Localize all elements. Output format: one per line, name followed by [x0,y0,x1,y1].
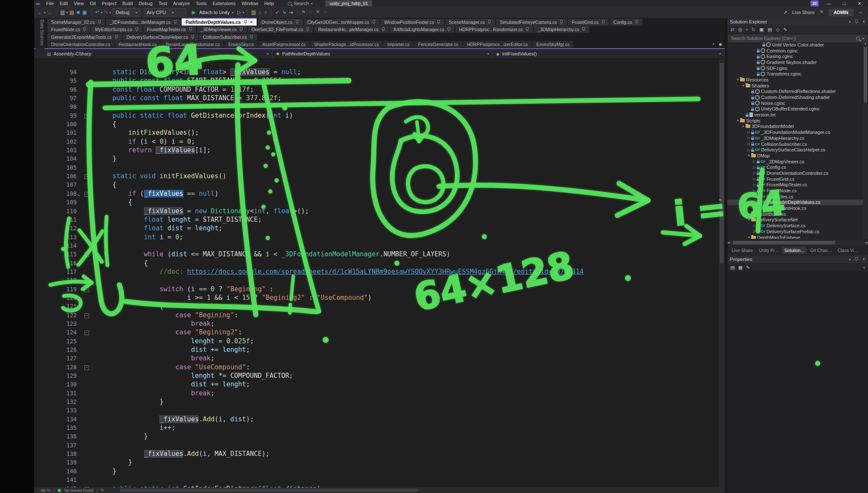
code-line[interactable]: 112 float dist = lenght; [34,224,719,232]
pending-changes-filter-icon[interactable]: ◎ [738,27,742,32]
code-line[interactable]: 138 _fixValues.Add(i, MAX_DISTANCE); [34,450,719,458]
tool-tab-Solution...[interactable]: Solution... [782,247,807,254]
chevron-down-icon[interactable]: ▾ [44,11,46,14]
tab-RestaurantHo...pleManager.cs[interactable]: RestaurantHo...pleManager.cs [314,26,389,33]
expand-arrow-icon[interactable]: ▾ [746,154,751,157]
bookmark-next-icon[interactable]: ⚑ [315,9,320,15]
expand-arrow-icon[interactable]: ▷ [752,171,757,175]
code-line[interactable]: 136 } [34,432,719,441]
tab-Config.cs[interactable]: Config.cs [610,19,642,26]
user-avatar[interactable]: JS [810,0,819,6]
expand-arrow-icon[interactable]: ▾ [746,218,751,222]
expand-arrow-icon[interactable]: ▷ [746,130,751,134]
pin-icon[interactable] [381,27,385,32]
tree-item-FruxelMapTester.cs[interactable]: ▷C#FruxelMapTester.cs [727,182,863,188]
menu-window[interactable]: Window [239,1,261,6]
tab-FencesGenerator.cs[interactable]: FencesGenerator.cs [414,41,463,48]
tool-tab-LiveShare[interactable]: Live Share [729,247,755,254]
tab-SceneManager.cs[interactable]: SceneManager.cs [445,19,495,26]
fold-collapse-icon[interactable]: – [84,192,89,197]
admin-button[interactable]: ADMIN [829,9,854,16]
pin-icon[interactable] [188,27,192,32]
close-tab-icon[interactable]: ✕ [250,20,253,24]
expand-arrow-icon[interactable]: ▷ [752,189,757,193]
type-dropdown[interactable]: ❖ PathfinderDepthValues ▾ [272,49,493,58]
scrollbar-thumb[interactable] [864,47,867,102]
tree-item-DeliverySurface.cs[interactable]: ▷C#DeliverySurface.cs [727,223,863,229]
navigate-back-icon[interactable]: ← [38,9,43,15]
view-code-icon[interactable]: ◇ [776,27,779,32]
expand-arrow-icon[interactable]: ▷ [752,200,757,204]
tab-DeliverySurfaceClassHelper.cs[interactable]: DeliverySurfaceClassHelper.cs [123,34,198,41]
tree-item-Obstacles.cs[interactable]: ▷C#Obstacles.cs [727,194,863,200]
expand-arrow-icon[interactable]: ▾ [741,125,746,128]
code-line[interactable]: 126 dist += lenght; [34,345,719,354]
close-icon[interactable]: ✕ [862,257,865,261]
solution-explorer-icon[interactable]: ⌂ [258,9,261,15]
pin-icon[interactable] [249,35,253,39]
tab-FruxelNode.cs[interactable]: FruxelNode.cs [47,26,90,33]
project-dropdown[interactable]: ▤ Assembly-CSharp ▾ [34,49,272,58]
tab-_3DMapHierarchy.cs[interactable]: _3DMapHierarchy.cs [534,26,589,33]
menu-tools[interactable]: Tools [193,1,210,6]
code-line[interactable]: 95 public const float START_DISTANCE = 0… [34,76,719,85]
code-line[interactable]: 131 break; [34,389,719,397]
spell-check-icon[interactable]: ✓ [275,9,280,15]
code-line[interactable]: 124– case "Begining2": [34,328,719,336]
code-line[interactable]: 113 int i = 0; [34,233,719,241]
debug-configuration-dropdown[interactable]: Debug▾ [113,8,140,17]
code-line[interactable]: 102 if (i < 0) i = 0; [34,137,719,146]
code-line[interactable]: 98 [34,102,719,111]
menu-debug[interactable]: Debug [136,1,155,6]
pin-icon[interactable] [135,27,139,32]
tree-item-Noise.cginc[interactable]: Noise.cginc [727,100,863,106]
pin-icon[interactable] [487,20,491,24]
editor-horizontal-scrollbar[interactable] [120,489,418,492]
chevron-down-icon[interactable]: ▾ [849,20,851,24]
tree-item-_3DFoundationModelManager.cs[interactable]: ▷C#_3DFoundationModelManager.cs [727,129,863,135]
pin-icon[interactable] [191,35,194,39]
scrollbar-thumb[interactable] [720,63,724,264]
code-line[interactable]: 106– static void initFixedValues() [34,172,719,180]
tab-OneSec3D_FileFormat.cs[interactable]: OneSec3D_FileFormat.cs [248,26,313,33]
save-all-icon[interactable]: ▣ [82,9,87,15]
expand-arrow-icon[interactable]: ▷ [752,229,757,233]
tree-item-DeliverySurfaceNet[interactable]: ▾DeliverySurfaceNet [727,217,863,223]
search-box[interactable]: Search ▾ [288,1,312,6]
tab-EnviroSkyMgr.cs[interactable]: EnviroSkyMgr.cs [532,41,573,48]
code-line[interactable]: 110 _fixValues = new Dictionary<int, flo… [34,207,719,215]
editor-vertical-scrollbar[interactable] [719,59,725,487]
code-line[interactable]: 141 [34,476,719,484]
code-line[interactable]: 120 i >= 1 && i < 15 ? "Begining2" : "Us… [34,293,719,302]
code-line[interactable]: 94 static Dictionary<int, float> _fixVal… [34,68,719,76]
code-line[interactable]: 129 lenght *= COMPOUND_FACTOR; [34,371,719,380]
code-line[interactable]: 111 float lenght = START_DISTANCE; [34,215,719,224]
maximize-button[interactable]: □ [839,1,849,6]
fold-collapse-icon[interactable]: – [84,252,89,257]
health-indicator-icon[interactable] [58,489,61,492]
expand-arrow-icon[interactable]: ▷ [752,206,757,210]
tree-item-DeliverySurfacePrefab.cs[interactable]: ▷C#DeliverySurfacePrefab.cs [727,229,863,235]
properties-wrench-icon[interactable]: ✎ [783,27,787,32]
tree-item-DepthMapToFisheye[interactable]: ▾DepthMapToFisheye [727,235,863,239]
tree-item-FruxelNode.cs[interactable]: ▷C#FruxelNode.cs [727,188,863,194]
code-line[interactable]: 97 public const float MAX_DISTANCE = 377… [34,94,719,102]
property-pages-icon[interactable]: ✎ [746,265,750,270]
code-line[interactable]: 122– case "Begining": [34,311,719,319]
code-line[interactable]: 114 [34,241,719,250]
tab-HDRPPostproce...izerEditor.cs[interactable]: HDRPPostproce...izerEditor.cs [463,41,532,48]
data-sources-vertical-tab[interactable]: Data Sources [35,18,44,50]
code-line[interactable]: 100 { [34,120,719,128]
attach-to-unity-button[interactable]: ▶ Attach to Unity ▾ [191,9,234,15]
pin-icon[interactable] [295,20,299,24]
expand-arrow-icon[interactable]: ▷ [752,194,757,198]
tree-item-SDF.cginc[interactable]: SDF.cginc [727,65,863,71]
code-editor[interactable]: 94 static Dictionary<int, float> _fixVal… [34,59,719,487]
tab-ShaderPackage...stProcessor.cs[interactable]: ShaderPackage...stProcessor.cs [310,41,383,48]
cursor-icon[interactable]: ↳ [282,9,286,15]
live-share-button[interactable]: Live Share [792,10,815,15]
tree-item-Config.cs[interactable]: ▷C#Config.cs [727,164,863,170]
fold-collapse-icon[interactable]: – [84,331,89,335]
tab-CollisionSubscriber.cs[interactable]: CollisionSubscriber.cs [199,34,257,41]
code-line[interactable]: 119– switch (i == 0 ? "Begining" : [34,285,719,293]
